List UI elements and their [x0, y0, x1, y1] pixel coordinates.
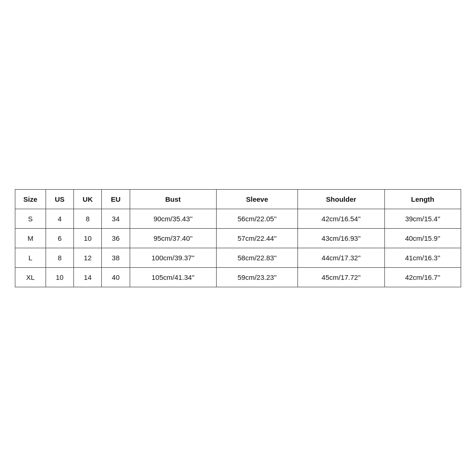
cell-shoulder: 45cm/17.72'' — [298, 267, 384, 287]
cell-sleeve: 58cm/22.83'' — [216, 248, 298, 267]
header-size: Size — [15, 189, 46, 209]
cell-bust: 100cm/39.37'' — [130, 248, 216, 267]
header-uk: UK — [74, 189, 102, 209]
table-header-row: Size US UK EU Bust Sleeve Shoulder Lengt… — [15, 189, 461, 209]
cell-bust: 105cm/41.34'' — [130, 267, 216, 287]
cell-bust: 90cm/35.43'' — [130, 209, 216, 228]
cell-length: 41cm/16.3'' — [384, 248, 461, 267]
cell-length: 39cm/15.4'' — [384, 209, 461, 228]
cell-eu: 38 — [102, 248, 130, 267]
header-length: Length — [384, 189, 461, 209]
cell-uk: 8 — [74, 209, 102, 228]
header-shoulder: Shoulder — [298, 189, 384, 209]
cell-size: L — [15, 248, 46, 267]
cell-length: 42cm/16.7'' — [384, 267, 461, 287]
cell-uk: 12 — [74, 248, 102, 267]
cell-us: 4 — [46, 209, 73, 228]
cell-length: 40cm/15.9'' — [384, 228, 461, 248]
cell-uk: 10 — [74, 228, 102, 248]
cell-us: 10 — [46, 267, 73, 287]
cell-bust: 95cm/37.40'' — [130, 228, 216, 248]
cell-size: M — [15, 228, 46, 248]
table-row: XL101440105cm/41.34''59cm/23.23''45cm/17… — [15, 267, 461, 287]
cell-us: 8 — [46, 248, 73, 267]
cell-us: 6 — [46, 228, 73, 248]
cell-size: S — [15, 209, 46, 228]
cell-uk: 14 — [74, 267, 102, 287]
header-bust: Bust — [130, 189, 216, 209]
cell-size: XL — [15, 267, 46, 287]
header-sleeve: Sleeve — [216, 189, 298, 209]
table-row: S483490cm/35.43''56cm/22.05''42cm/16.54'… — [15, 209, 461, 228]
cell-eu: 34 — [102, 209, 130, 228]
size-chart-table: Size US UK EU Bust Sleeve Shoulder Lengt… — [15, 189, 461, 287]
table-row: M6103695cm/37.40''57cm/22.44''43cm/16.93… — [15, 228, 461, 248]
cell-sleeve: 57cm/22.44'' — [216, 228, 298, 248]
cell-sleeve: 56cm/22.05'' — [216, 209, 298, 228]
size-chart-container: Size US UK EU Bust Sleeve Shoulder Lengt… — [15, 189, 461, 287]
header-eu: EU — [102, 189, 130, 209]
cell-sleeve: 59cm/23.23'' — [216, 267, 298, 287]
cell-shoulder: 43cm/16.93'' — [298, 228, 384, 248]
cell-shoulder: 44cm/17.32'' — [298, 248, 384, 267]
cell-eu: 40 — [102, 267, 130, 287]
table-row: L81238100cm/39.37''58cm/22.83''44cm/17.3… — [15, 248, 461, 267]
cell-eu: 36 — [102, 228, 130, 248]
header-us: US — [46, 189, 73, 209]
cell-shoulder: 42cm/16.54'' — [298, 209, 384, 228]
